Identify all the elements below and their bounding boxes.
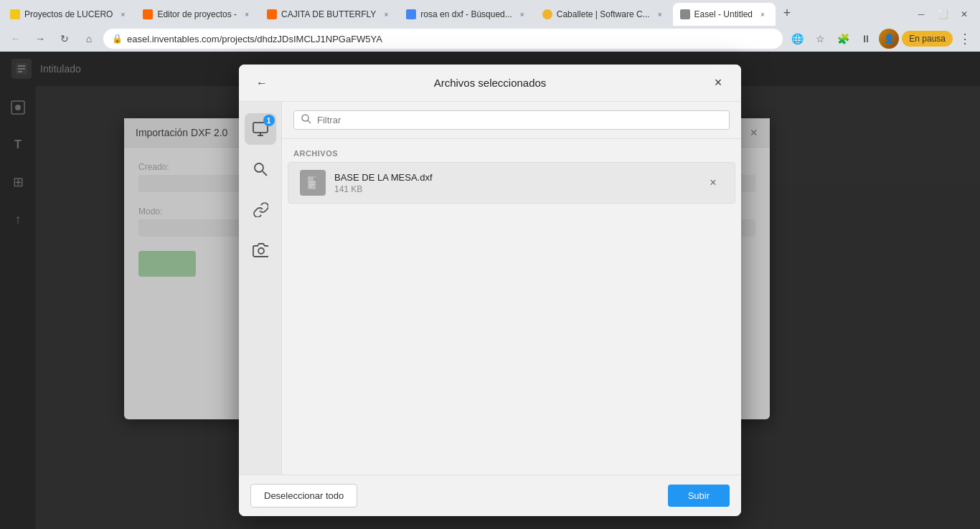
tab-6-close[interactable]: × (757, 9, 768, 20)
modal-header: ← Archivos seleccionados × (239, 65, 741, 102)
picker-sidebar-files-tab[interactable]: 1 (245, 113, 276, 145)
svg-rect-15 (309, 186, 312, 187)
svg-point-7 (255, 163, 263, 172)
section-label: ARCHIVOS (282, 145, 741, 162)
browser-actions: 🌐 ☆ 🧩 ⏸ 👤 En pausa ⋮ (787, 29, 974, 49)
tab-5-title: Caballete | Software C... (557, 9, 650, 19)
tab-1[interactable]: Proyectos de LUCERO × (3, 3, 136, 26)
deselect-all-button[interactable]: Deseleccionar todo (250, 484, 357, 507)
svg-line-8 (263, 171, 267, 176)
dxf-dialog-title: Importación DXF 2.0 (136, 127, 227, 138)
close-window-button[interactable]: ✕ (954, 4, 974, 24)
tab-6-favicon (680, 9, 690, 19)
bookmark-star-icon[interactable]: ☆ (810, 29, 830, 49)
extensions-icon[interactable]: 🧩 (833, 29, 853, 49)
tab-6-title: Easel - Untitled (694, 9, 753, 19)
picker-content: ARCHIVOS (282, 102, 741, 475)
pause-label: En pausa (909, 34, 946, 44)
file-item[interactable]: BASE DE LA MESA.dxf 141 KB × (288, 162, 735, 204)
modal-overlay: Importación DXF 2.0 ✕ Creado: Archivo: M… (0, 52, 980, 529)
picker-sidebar: 1 (239, 102, 282, 475)
svg-point-10 (302, 115, 308, 121)
profile-avatar: 👤 (879, 29, 899, 49)
file-size: 141 KB (334, 184, 694, 194)
document-icon (306, 176, 320, 190)
modal-back-button[interactable]: ← (250, 72, 273, 95)
search-icon (301, 114, 311, 126)
pause-button[interactable]: En pausa (902, 31, 953, 47)
tab-3[interactable]: CAJITA DE BUTTERFLY × (260, 3, 399, 26)
tab-3-favicon (267, 9, 277, 19)
picker-sidebar-link-tab[interactable] (245, 194, 276, 225)
browser-chrome: Proyectos de LUCERO × Editor de proyecto… (0, 0, 980, 52)
tab-5[interactable]: Caballete | Software C... × (535, 3, 673, 26)
picker-search-area (282, 102, 741, 139)
tab-2-title: Editor de proyectos - (157, 9, 237, 19)
link-icon (253, 201, 268, 217)
back-button[interactable]: ← (6, 29, 26, 49)
media-control-icon[interactable]: ⏸ (856, 29, 876, 49)
reload-button[interactable]: ↻ (55, 29, 75, 49)
tab-4-close[interactable]: × (517, 9, 528, 20)
modal-title: Archivos seleccionados (273, 77, 707, 89)
restore-button[interactable]: ⬜ (933, 4, 953, 24)
file-info: BASE DE LA MESA.dxf 141 KB (334, 172, 694, 194)
tab-2[interactable]: Editor de proyectos - × (136, 3, 260, 26)
url-text: easel.inventables.com/projects/dhdzJDsIM… (127, 34, 774, 44)
tab-4-title: rosa en dxf - Búsqued... (420, 9, 512, 19)
svg-rect-14 (309, 184, 314, 185)
svg-rect-13 (309, 182, 314, 183)
url-bar[interactable]: 🔒 easel.inventables.com/projects/dhdzJDs… (103, 29, 783, 49)
file-type-icon (300, 170, 326, 196)
svg-line-11 (308, 120, 311, 123)
lock-icon: 🔒 (112, 34, 123, 44)
modal-footer: Deseleccionar todo Subir (239, 475, 741, 516)
picker-sidebar-camera-tab[interactable] (245, 234, 276, 265)
tab-1-favicon (10, 9, 20, 19)
tab-bar: Proyectos de LUCERO × Editor de proyecto… (0, 0, 980, 26)
tab-4[interactable]: rosa en dxf - Búsqued... × (399, 3, 534, 26)
svg-point-9 (258, 248, 264, 254)
tab-2-close[interactable]: × (241, 9, 253, 20)
camera-icon (253, 242, 268, 257)
search-wrapper (293, 110, 730, 130)
minimize-button[interactable]: ─ (911, 4, 931, 24)
menu-button[interactable]: ⋮ (956, 31, 974, 47)
new-tab-button[interactable]: + (777, 3, 797, 23)
modal-close-button[interactable]: × (707, 72, 730, 95)
file-remove-button[interactable]: × (703, 173, 723, 193)
file-name: BASE DE LA MESA.dxf (334, 172, 694, 183)
file-picker-modal: ← Archivos seleccionados × 1 (239, 65, 741, 516)
file-picker-body: 1 (239, 102, 741, 475)
upload-button[interactable]: Subir (668, 485, 730, 507)
picker-sidebar-search-tab[interactable] (245, 153, 276, 185)
profile-button[interactable]: 👤 (879, 29, 899, 49)
translate-icon[interactable]: 🌐 (787, 29, 807, 49)
tab-4-favicon (406, 9, 416, 19)
tab-3-close[interactable]: × (380, 9, 392, 20)
dxf-dialog-close-icon: ✕ (750, 127, 758, 138)
tab-6[interactable]: Easel - Untitled × (673, 3, 776, 26)
search-input[interactable] (317, 115, 722, 125)
tab-5-favicon (542, 9, 552, 19)
tab-2-favicon (143, 9, 153, 19)
search-sidebar-icon (253, 161, 268, 177)
tab-1-close[interactable]: × (117, 9, 128, 20)
address-bar: ← → ↻ ⌂ 🔒 easel.inventables.com/projects… (0, 26, 980, 52)
forward-button[interactable]: → (30, 29, 50, 49)
files-section: ARCHIVOS (282, 139, 741, 475)
tab-3-title: CAJITA DE BUTTERFLY (281, 9, 376, 19)
home-button[interactable]: ⌂ (79, 29, 99, 49)
files-badge: 1 (263, 115, 275, 126)
tab-1-title: Proyectos de LUCERO (24, 9, 113, 19)
tab-5-close[interactable]: × (654, 9, 666, 20)
